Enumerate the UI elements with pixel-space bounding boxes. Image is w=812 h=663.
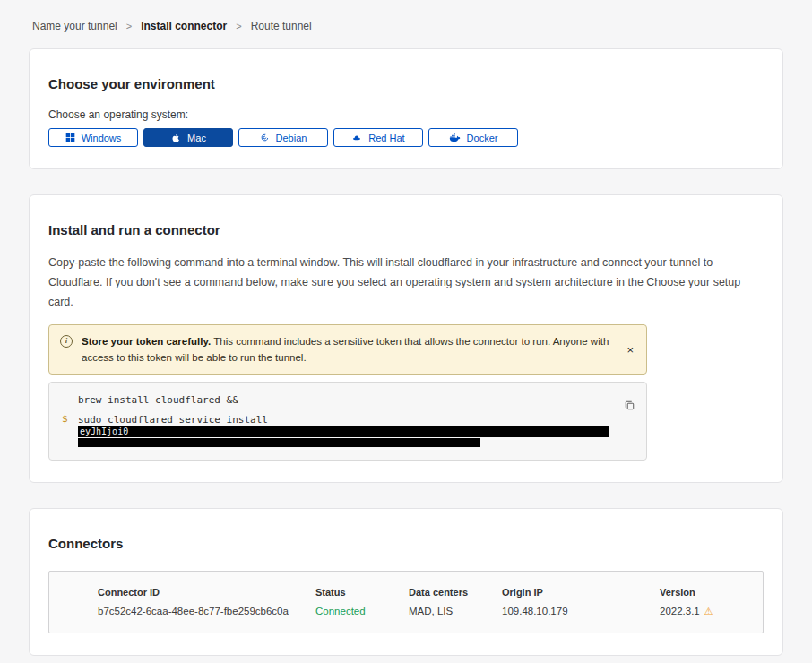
install-command: brew install cloudflared && sudo cloudfl… xyxy=(78,394,610,447)
warning-text: Store your token carefully. This command… xyxy=(82,333,610,366)
redhat-icon xyxy=(351,133,362,143)
os-button-label: Red Hat xyxy=(368,133,404,143)
table-header: Connector ID Status Data centers Origin … xyxy=(49,572,763,598)
breadcrumb-step-install-connector[interactable]: Install connector xyxy=(141,20,227,32)
col-header-version: Version xyxy=(660,587,748,598)
breadcrumb-separator: > xyxy=(236,21,241,31)
col-header-data-centers: Data centers xyxy=(409,587,502,598)
command-line-2: sudo cloudflared service install xyxy=(78,414,610,426)
install-command-block: $ brew install cloudflared && sudo cloud… xyxy=(48,382,647,461)
origin-ip-cell: 109.48.10.179 xyxy=(502,606,660,617)
warning-icon: ⚠ xyxy=(704,606,713,616)
os-button-label: Debian xyxy=(276,133,307,143)
os-button-group: Windows Mac Debian Red Hat xyxy=(48,128,764,147)
copy-icon[interactable] xyxy=(622,398,637,416)
os-select-label: Choose an operating system: xyxy=(48,108,764,121)
os-button-docker[interactable]: Docker xyxy=(428,128,518,147)
environment-card: Choose your environment Choose an operat… xyxy=(29,48,783,169)
install-description: Copy-paste the following command into a … xyxy=(48,254,764,313)
os-button-label: Mac xyxy=(187,133,206,143)
windows-icon xyxy=(65,133,75,142)
status-badge: Connected xyxy=(315,606,409,617)
token-warning-banner: i Store your token carefully. This comma… xyxy=(48,324,647,375)
data-centers-cell: MAD, LIS xyxy=(409,606,502,617)
os-button-redhat[interactable]: Red Hat xyxy=(333,128,423,147)
shell-prompt: $ xyxy=(62,413,71,447)
redacted-token-bar: eyJhIjoi0 xyxy=(78,426,609,437)
col-header-status: Status xyxy=(315,587,409,598)
command-line-1: brew install cloudflared && xyxy=(78,394,610,406)
redacted-token-bar xyxy=(78,438,480,447)
install-card-title: Install and run a connector xyxy=(48,222,764,237)
connectors-card-title: Connectors xyxy=(48,536,764,551)
os-button-label: Docker xyxy=(467,133,498,143)
breadcrumb: Name your tunnel > Install connector > R… xyxy=(0,0,812,43)
table-row: b7c52c42-6caa-48ee-8c77-fbe259cb6c0a Con… xyxy=(49,598,763,633)
col-header-origin-ip: Origin IP xyxy=(502,587,660,598)
os-button-mac[interactable]: Mac xyxy=(143,128,233,147)
tunnel-setup-page: Name your tunnel > Install connector > R… xyxy=(0,0,812,663)
install-card: Install and run a connector Copy-paste t… xyxy=(29,194,783,483)
breadcrumb-separator: > xyxy=(126,21,132,31)
connectors-card: Connectors Connector ID Status Data cent… xyxy=(29,508,783,656)
version-text: 2022.3.1 xyxy=(660,606,700,616)
connector-id-cell: b7c52c42-6caa-48ee-8c77-fbe259cb6c0a xyxy=(98,606,315,617)
version-cell: 2022.3.1⚠ xyxy=(660,606,748,617)
docker-icon xyxy=(449,132,461,143)
os-button-windows[interactable]: Windows xyxy=(48,128,138,147)
info-icon: i xyxy=(60,335,73,348)
breadcrumb-step-name-your-tunnel[interactable]: Name your tunnel xyxy=(32,20,117,32)
col-header-connector-id: Connector ID xyxy=(98,587,315,598)
apple-icon xyxy=(170,133,181,143)
os-button-label: Windows xyxy=(82,133,122,143)
close-icon[interactable]: × xyxy=(625,343,635,357)
breadcrumb-step-route-tunnel[interactable]: Route tunnel xyxy=(251,20,312,32)
warning-title: Store your token carefully. xyxy=(82,336,211,347)
connectors-table: Connector ID Status Data centers Origin … xyxy=(48,571,764,633)
environment-card-title: Choose your environment xyxy=(48,76,764,91)
token-prefix: eyJhIjoi0 xyxy=(80,426,128,436)
debian-icon xyxy=(260,133,270,142)
os-button-debian[interactable]: Debian xyxy=(238,128,328,147)
